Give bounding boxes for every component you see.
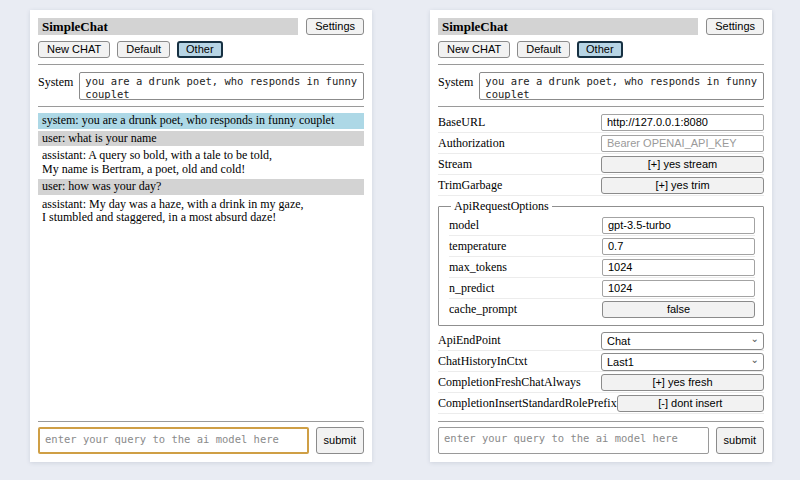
temperature-input[interactable] <box>602 238 755 255</box>
chat-history-row: ChatHistoryInCtxt Last1 ⌄ <box>438 351 764 372</box>
cache-prompt-label: cache_prompt <box>449 302 602 317</box>
chat-history-select[interactable]: Last1 <box>601 353 764 371</box>
stream-toggle-button[interactable]: [+] yes stream <box>601 156 764 173</box>
divider <box>438 106 764 107</box>
chat-history-label: ChatHistoryInCtxt <box>438 354 601 369</box>
spacer <box>438 414 764 415</box>
base-url-input[interactable] <box>601 114 764 131</box>
user-query-input[interactable] <box>38 427 309 454</box>
stream-row: Stream [+] yes stream <box>438 154 764 175</box>
api-request-options-fieldset: ApiRequestOptions model temperature max_… <box>438 199 764 326</box>
completion-role-prefix-toggle-button[interactable]: [-] dont insert <box>617 395 764 412</box>
authorization-row: Authorization <box>438 133 764 154</box>
query-row: submit <box>438 427 764 454</box>
app-title: SimpleChat <box>438 18 698 35</box>
divider <box>38 421 364 422</box>
model-input[interactable] <box>602 217 755 234</box>
trim-garbage-row: TrimGarbage [+] yes trim <box>438 175 764 196</box>
n-predict-row: n_predict <box>449 278 755 299</box>
stream-label: Stream <box>438 157 601 172</box>
header: SimpleChat Settings <box>38 18 364 35</box>
session-buttons: New CHAT Default Other <box>438 41 764 58</box>
completion-fresh-chat-toggle-button[interactable]: [+] yes fresh <box>601 374 764 391</box>
completion-fresh-chat-label: CompletionFreshChatAlways <box>438 375 601 390</box>
completion-role-prefix-row: CompletionInsertStandardRolePrefix [-] d… <box>438 393 764 414</box>
settings-button[interactable]: Settings <box>706 18 764 35</box>
divider <box>438 421 764 422</box>
new-chat-button[interactable]: New CHAT <box>38 41 110 58</box>
system-label: System <box>438 72 473 90</box>
system-prompt-input[interactable]: you are a drunk poet, who responds in fu… <box>479 72 764 100</box>
settings-button[interactable]: Settings <box>306 18 364 35</box>
submit-button[interactable]: submit <box>316 427 364 454</box>
session-button-other[interactable]: Other <box>577 41 623 58</box>
api-request-options-legend: ApiRequestOptions <box>451 199 552 214</box>
chat-message-user: user: what is your name <box>38 131 364 147</box>
n-predict-label: n_predict <box>449 281 602 296</box>
chat-message-assistant: assistant: A query so bold, with a tale … <box>38 148 364 177</box>
n-predict-input[interactable] <box>602 280 755 297</box>
max-tokens-label: max_tokens <box>449 260 602 275</box>
chat-messages: system: you are a drunk poet, who respon… <box>38 113 364 415</box>
model-row: model <box>449 215 755 236</box>
max-tokens-row: max_tokens <box>449 257 755 278</box>
model-label: model <box>449 218 602 233</box>
settings-panel: SimpleChat Settings New CHAT Default Oth… <box>430 10 772 462</box>
cache-prompt-row: cache_prompt false <box>449 299 755 320</box>
cache-prompt-toggle-button[interactable]: false <box>602 301 755 318</box>
session-buttons: New CHAT Default Other <box>38 41 364 58</box>
trim-garbage-label: TrimGarbage <box>438 178 601 193</box>
header: SimpleChat Settings <box>438 18 764 35</box>
api-endpoint-select[interactable]: Chat <box>601 332 764 350</box>
api-endpoint-label: ApiEndPoint <box>438 333 601 348</box>
chat-message-assistant: assistant: My day was a haze, with a dri… <box>38 197 364 226</box>
completion-fresh-chat-row: CompletionFreshChatAlways [+] yes fresh <box>438 372 764 393</box>
user-query-input[interactable] <box>438 427 709 454</box>
settings-list: BaseURL Authorization Stream [+] yes str… <box>438 112 764 414</box>
api-endpoint-row: ApiEndPoint Chat ⌄ <box>438 330 764 351</box>
system-prompt-input[interactable]: you are a drunk poet, who responds in fu… <box>79 72 364 100</box>
app-title: SimpleChat <box>38 18 298 35</box>
temperature-label: temperature <box>449 239 602 254</box>
chat-panel: SimpleChat Settings New CHAT Default Oth… <box>30 10 372 462</box>
max-tokens-input[interactable] <box>602 259 755 276</box>
submit-button[interactable]: submit <box>716 427 764 454</box>
trim-garbage-toggle-button[interactable]: [+] yes trim <box>601 177 764 194</box>
query-row: submit <box>38 427 364 454</box>
chat-message-system: system: you are a drunk poet, who respon… <box>38 113 364 129</box>
authorization-input[interactable] <box>601 135 764 152</box>
completion-role-prefix-label: CompletionInsertStandardRolePrefix <box>438 396 617 411</box>
authorization-label: Authorization <box>438 136 601 151</box>
divider <box>38 64 364 65</box>
session-button-default[interactable]: Default <box>117 41 170 58</box>
system-prompt-row: System you are a drunk poet, who respond… <box>38 72 364 100</box>
session-button-default[interactable]: Default <box>517 41 570 58</box>
temperature-row: temperature <box>449 236 755 257</box>
base-url-label: BaseURL <box>438 115 601 130</box>
chat-message-user: user: how was your day? <box>38 179 364 195</box>
new-chat-button[interactable]: New CHAT <box>438 41 510 58</box>
divider <box>38 106 364 107</box>
base-url-row: BaseURL <box>438 112 764 133</box>
system-label: System <box>38 72 73 90</box>
session-button-other[interactable]: Other <box>177 41 223 58</box>
divider <box>438 64 764 65</box>
system-prompt-row: System you are a drunk poet, who respond… <box>438 72 764 100</box>
